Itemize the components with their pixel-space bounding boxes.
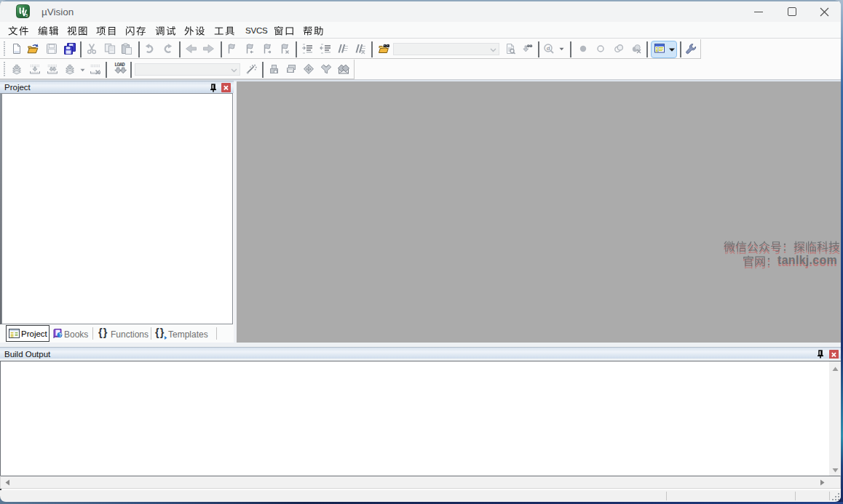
- svg-text:?: ?: [59, 332, 62, 337]
- svg-text:d: d: [547, 45, 550, 52]
- svg-text:LOAD: LOAD: [114, 62, 124, 68]
